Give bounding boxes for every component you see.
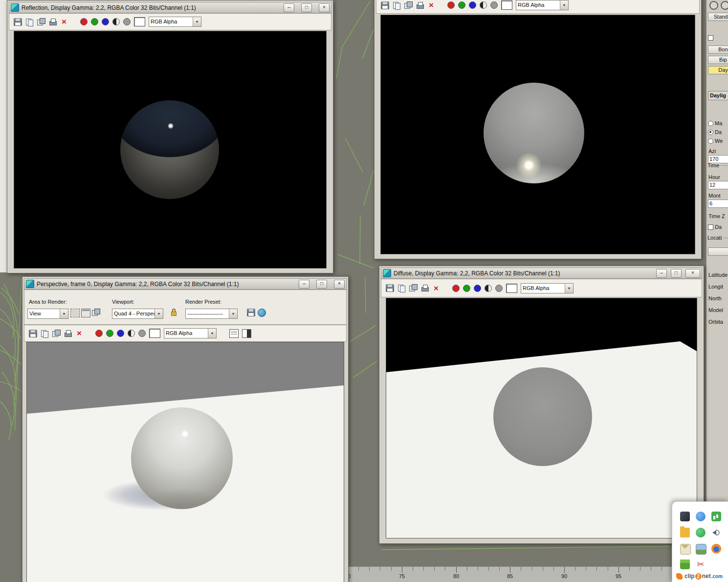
daylight-rollout-header[interactable]: Daylig (708, 91, 728, 100)
clear-image-icon[interactable]: × (76, 330, 83, 337)
save-image-icon[interactable] (14, 18, 22, 26)
package-app-icon[interactable] (680, 560, 690, 569)
alpha-channel-icon[interactable] (138, 330, 146, 337)
area-to-render-combo[interactable]: View ▼ (27, 309, 68, 319)
alpha-channel-icon[interactable] (490, 1, 498, 9)
toolbar-circle-icon[interactable] (721, 1, 728, 10)
maximize-button[interactable]: □ (671, 269, 682, 278)
rendered-image-canvas[interactable] (386, 298, 697, 538)
toggle-ui-icon[interactable] (242, 329, 251, 338)
lock-viewport-icon[interactable] (171, 309, 176, 316)
clear-color-swatch[interactable] (506, 284, 517, 293)
rendered-image-canvas[interactable] (14, 31, 327, 269)
blue-channel-icon[interactable] (474, 285, 481, 292)
print-image-icon[interactable] (416, 1, 424, 9)
red-channel-icon[interactable] (95, 330, 103, 337)
red-channel-icon[interactable] (80, 18, 88, 25)
position-weather-radio[interactable]: We (708, 138, 723, 144)
clear-color-swatch[interactable] (134, 17, 145, 26)
folder-app-icon[interactable] (680, 528, 690, 537)
render-window-top-right[interactable]: × RGB Alpha ▼ (374, 0, 702, 259)
clear-color-swatch[interactable] (501, 0, 512, 10)
copy-image-icon[interactable] (393, 1, 401, 9)
image-app-icon[interactable] (696, 544, 706, 555)
green-channel-icon[interactable] (458, 1, 465, 9)
maximize-button[interactable]: □ (316, 280, 327, 289)
copy-image-icon[interactable] (25, 18, 34, 26)
channel-display-combo[interactable]: RGB Alpha ▼ (521, 283, 574, 293)
print-image-icon[interactable] (64, 330, 72, 337)
toolbar-circle-icon[interactable] (709, 1, 718, 10)
monochrome-channel-icon[interactable] (128, 330, 135, 337)
green-channel-icon[interactable] (463, 285, 470, 292)
alpha-channel-icon[interactable] (123, 18, 131, 25)
save-image-icon[interactable] (29, 330, 37, 337)
maximize-button[interactable]: □ (301, 3, 312, 12)
render-button-icon[interactable] (258, 309, 266, 317)
blue-channel-icon[interactable] (117, 330, 124, 337)
monochrome-channel-icon[interactable] (112, 18, 120, 25)
position-manual-radio[interactable]: Ma (708, 120, 722, 126)
autogrid-checkbox[interactable] (708, 35, 713, 41)
close-button[interactable]: × (334, 280, 345, 289)
minimize-button[interactable]: – (656, 269, 667, 278)
auto-region-icon[interactable] (81, 309, 90, 317)
edit-region-icon[interactable] (70, 309, 80, 317)
clone-window-icon[interactable] (404, 1, 413, 9)
close-button[interactable]: × (319, 3, 330, 12)
minimize-button[interactable]: – (299, 280, 309, 289)
chart-app-icon[interactable] (711, 512, 721, 521)
rendered-image-canvas[interactable] (26, 342, 344, 582)
clone-window-icon[interactable] (52, 330, 61, 337)
viewport-combo[interactable]: Quad 4 - Perspec ▼ (112, 309, 163, 319)
position-date-radio[interactable]: Da (708, 129, 722, 135)
bones-button[interactable]: Bon (708, 45, 728, 54)
month-field[interactable]: 6 (708, 200, 728, 208)
alpha-channel-icon[interactable] (495, 285, 503, 292)
globe-app-icon[interactable] (696, 512, 706, 521)
titlebar[interactable]: Perspective, frame 0, Display Gamma: 2,2… (24, 278, 347, 290)
render-window-perspective[interactable]: Perspective, frame 0, Display Gamma: 2,2… (22, 276, 349, 582)
channel-display-combo[interactable]: RGB Alpha ▼ (516, 0, 569, 10)
blue-channel-icon[interactable] (102, 18, 109, 25)
clear-image-icon[interactable]: × (433, 285, 440, 292)
crop-region-icon[interactable] (92, 309, 100, 316)
clear-image-icon[interactable]: × (428, 1, 435, 9)
standard-dropdown-button[interactable]: Standar (708, 13, 728, 21)
scissors-app-icon[interactable]: ✂ (696, 560, 706, 569)
print-image-icon[interactable] (49, 18, 57, 26)
time-track-bar[interactable]: 70 75 80 85 90 95 (337, 566, 728, 582)
save-image-icon[interactable] (386, 284, 394, 292)
brush-app-icon[interactable] (680, 512, 690, 521)
blue-channel-icon[interactable] (469, 1, 476, 9)
clone-window-icon[interactable] (409, 284, 418, 292)
close-button[interactable]: × (685, 269, 700, 278)
rendered-image-canvas[interactable] (380, 15, 695, 254)
minimize-button[interactable]: – (284, 3, 294, 12)
mail-app-icon[interactable] (680, 544, 691, 555)
monochrome-channel-icon[interactable] (480, 1, 487, 9)
get-location-button[interactable] (708, 247, 728, 256)
render-preset-combo[interactable]: -------------------- ▼ (185, 309, 238, 319)
red-channel-icon[interactable] (447, 1, 455, 9)
copy-image-icon[interactable] (41, 330, 49, 337)
channel-display-combo[interactable]: RGB Alpha ▼ (164, 328, 217, 338)
titlebar[interactable]: Diffuse, Display Gamma: 2,2, RGBA Color … (381, 268, 702, 279)
biped-button[interactable]: Bip (708, 56, 728, 64)
clone-window-icon[interactable] (37, 18, 45, 26)
clear-color-swatch[interactable] (149, 329, 160, 338)
monochrome-channel-icon[interactable] (485, 285, 492, 292)
print-image-icon[interactable] (421, 284, 429, 292)
green-channel-icon[interactable] (106, 330, 113, 337)
clip2net-brand-link[interactable]: clip 2 net .com (676, 573, 723, 580)
daylight-button[interactable]: Day (708, 66, 728, 74)
green-globe-app-icon[interactable] (696, 528, 706, 537)
daylight-saving-checkbox[interactable]: Da (708, 224, 722, 230)
titlebar[interactable]: Reflection, Display Gamma: 2,2, RGBA Col… (9, 2, 331, 13)
red-channel-icon[interactable] (452, 285, 460, 292)
channel-display-combo[interactable]: RGB Alpha ▼ (149, 17, 201, 27)
clear-image-icon[interactable]: × (61, 18, 67, 25)
green-channel-icon[interactable] (91, 18, 98, 25)
save-image-icon[interactable] (381, 1, 389, 9)
render-window-diffuse[interactable]: Diffuse, Display Gamma: 2,2, RGBA Color … (379, 266, 704, 544)
